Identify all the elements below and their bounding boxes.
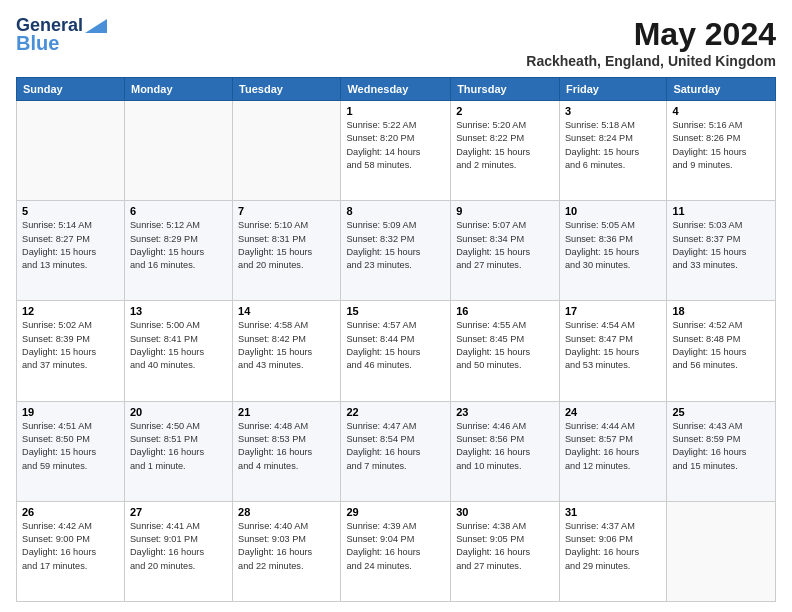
calendar-cell: 10Sunrise: 5:05 AMSunset: 8:36 PMDayligh… — [559, 201, 666, 301]
day-number: 24 — [565, 406, 661, 418]
day-info: Sunrise: 4:58 AMSunset: 8:42 PMDaylight:… — [238, 319, 335, 372]
day-number: 22 — [346, 406, 445, 418]
day-info: Sunrise: 4:41 AMSunset: 9:01 PMDaylight:… — [130, 520, 227, 573]
day-info: Sunrise: 4:42 AMSunset: 9:00 PMDaylight:… — [22, 520, 119, 573]
week-row-2: 12Sunrise: 5:02 AMSunset: 8:39 PMDayligh… — [17, 301, 776, 401]
day-number: 17 — [565, 305, 661, 317]
month-title: May 2024 — [526, 16, 776, 53]
header-day-tuesday: Tuesday — [233, 78, 341, 101]
day-info: Sunrise: 5:18 AMSunset: 8:24 PMDaylight:… — [565, 119, 661, 172]
day-info: Sunrise: 5:09 AMSunset: 8:32 PMDaylight:… — [346, 219, 445, 272]
week-row-1: 5Sunrise: 5:14 AMSunset: 8:27 PMDaylight… — [17, 201, 776, 301]
day-info: Sunrise: 4:38 AMSunset: 9:05 PMDaylight:… — [456, 520, 554, 573]
calendar-cell: 7Sunrise: 5:10 AMSunset: 8:31 PMDaylight… — [233, 201, 341, 301]
day-number: 27 — [130, 506, 227, 518]
calendar-cell: 24Sunrise: 4:44 AMSunset: 8:57 PMDayligh… — [559, 401, 666, 501]
title-block: May 2024 Rackheath, England, United King… — [526, 16, 776, 69]
header: General Blue May 2024 Rackheath, England… — [16, 16, 776, 69]
calendar-cell: 26Sunrise: 4:42 AMSunset: 9:00 PMDayligh… — [17, 501, 125, 601]
header-day-thursday: Thursday — [451, 78, 560, 101]
calendar-cell: 2Sunrise: 5:20 AMSunset: 8:22 PMDaylight… — [451, 101, 560, 201]
day-number: 10 — [565, 205, 661, 217]
calendar-cell: 5Sunrise: 5:14 AMSunset: 8:27 PMDaylight… — [17, 201, 125, 301]
day-info: Sunrise: 5:02 AMSunset: 8:39 PMDaylight:… — [22, 319, 119, 372]
day-number: 9 — [456, 205, 554, 217]
calendar-cell: 19Sunrise: 4:51 AMSunset: 8:50 PMDayligh… — [17, 401, 125, 501]
week-row-0: 1Sunrise: 5:22 AMSunset: 8:20 PMDaylight… — [17, 101, 776, 201]
calendar-cell: 17Sunrise: 4:54 AMSunset: 8:47 PMDayligh… — [559, 301, 666, 401]
day-info: Sunrise: 4:46 AMSunset: 8:56 PMDaylight:… — [456, 420, 554, 473]
day-number: 5 — [22, 205, 119, 217]
day-info: Sunrise: 4:52 AMSunset: 8:48 PMDaylight:… — [672, 319, 770, 372]
day-info: Sunrise: 4:50 AMSunset: 8:51 PMDaylight:… — [130, 420, 227, 473]
calendar-cell: 9Sunrise: 5:07 AMSunset: 8:34 PMDaylight… — [451, 201, 560, 301]
calendar-cell: 4Sunrise: 5:16 AMSunset: 8:26 PMDaylight… — [667, 101, 776, 201]
day-info: Sunrise: 5:22 AMSunset: 8:20 PMDaylight:… — [346, 119, 445, 172]
day-number: 16 — [456, 305, 554, 317]
calendar-cell — [233, 101, 341, 201]
day-info: Sunrise: 4:39 AMSunset: 9:04 PMDaylight:… — [346, 520, 445, 573]
calendar-cell: 18Sunrise: 4:52 AMSunset: 8:48 PMDayligh… — [667, 301, 776, 401]
day-info: Sunrise: 5:16 AMSunset: 8:26 PMDaylight:… — [672, 119, 770, 172]
calendar-cell: 27Sunrise: 4:41 AMSunset: 9:01 PMDayligh… — [124, 501, 232, 601]
calendar-cell: 21Sunrise: 4:48 AMSunset: 8:53 PMDayligh… — [233, 401, 341, 501]
week-row-3: 19Sunrise: 4:51 AMSunset: 8:50 PMDayligh… — [17, 401, 776, 501]
calendar-cell: 3Sunrise: 5:18 AMSunset: 8:24 PMDaylight… — [559, 101, 666, 201]
day-number: 13 — [130, 305, 227, 317]
day-info: Sunrise: 4:57 AMSunset: 8:44 PMDaylight:… — [346, 319, 445, 372]
day-number: 2 — [456, 105, 554, 117]
day-number: 12 — [22, 305, 119, 317]
header-day-monday: Monday — [124, 78, 232, 101]
day-info: Sunrise: 4:44 AMSunset: 8:57 PMDaylight:… — [565, 420, 661, 473]
day-number: 1 — [346, 105, 445, 117]
header-day-wednesday: Wednesday — [341, 78, 451, 101]
day-number: 25 — [672, 406, 770, 418]
day-info: Sunrise: 5:14 AMSunset: 8:27 PMDaylight:… — [22, 219, 119, 272]
calendar-cell — [667, 501, 776, 601]
day-info: Sunrise: 5:12 AMSunset: 8:29 PMDaylight:… — [130, 219, 227, 272]
day-number: 18 — [672, 305, 770, 317]
day-number: 7 — [238, 205, 335, 217]
day-number: 15 — [346, 305, 445, 317]
day-info: Sunrise: 4:48 AMSunset: 8:53 PMDaylight:… — [238, 420, 335, 473]
calendar-cell: 20Sunrise: 4:50 AMSunset: 8:51 PMDayligh… — [124, 401, 232, 501]
day-number: 19 — [22, 406, 119, 418]
calendar-table: SundayMondayTuesdayWednesdayThursdayFrid… — [16, 77, 776, 602]
day-number: 23 — [456, 406, 554, 418]
calendar-header: SundayMondayTuesdayWednesdayThursdayFrid… — [17, 78, 776, 101]
calendar-cell: 29Sunrise: 4:39 AMSunset: 9:04 PMDayligh… — [341, 501, 451, 601]
location: Rackheath, England, United Kingdom — [526, 53, 776, 69]
header-day-sunday: Sunday — [17, 78, 125, 101]
day-number: 26 — [22, 506, 119, 518]
day-info: Sunrise: 5:03 AMSunset: 8:37 PMDaylight:… — [672, 219, 770, 272]
day-number: 3 — [565, 105, 661, 117]
day-info: Sunrise: 4:51 AMSunset: 8:50 PMDaylight:… — [22, 420, 119, 473]
week-row-4: 26Sunrise: 4:42 AMSunset: 9:00 PMDayligh… — [17, 501, 776, 601]
calendar-cell: 30Sunrise: 4:38 AMSunset: 9:05 PMDayligh… — [451, 501, 560, 601]
calendar-cell: 22Sunrise: 4:47 AMSunset: 8:54 PMDayligh… — [341, 401, 451, 501]
day-number: 28 — [238, 506, 335, 518]
day-info: Sunrise: 5:20 AMSunset: 8:22 PMDaylight:… — [456, 119, 554, 172]
day-info: Sunrise: 5:05 AMSunset: 8:36 PMDaylight:… — [565, 219, 661, 272]
day-number: 29 — [346, 506, 445, 518]
day-info: Sunrise: 5:10 AMSunset: 8:31 PMDaylight:… — [238, 219, 335, 272]
calendar-cell: 25Sunrise: 4:43 AMSunset: 8:59 PMDayligh… — [667, 401, 776, 501]
day-info: Sunrise: 4:54 AMSunset: 8:47 PMDaylight:… — [565, 319, 661, 372]
calendar-cell: 14Sunrise: 4:58 AMSunset: 8:42 PMDayligh… — [233, 301, 341, 401]
header-day-saturday: Saturday — [667, 78, 776, 101]
header-day-friday: Friday — [559, 78, 666, 101]
calendar-cell — [17, 101, 125, 201]
day-number: 14 — [238, 305, 335, 317]
day-info: Sunrise: 4:40 AMSunset: 9:03 PMDaylight:… — [238, 520, 335, 573]
calendar-cell: 23Sunrise: 4:46 AMSunset: 8:56 PMDayligh… — [451, 401, 560, 501]
calendar-cell: 8Sunrise: 5:09 AMSunset: 8:32 PMDaylight… — [341, 201, 451, 301]
day-number: 6 — [130, 205, 227, 217]
calendar-cell: 28Sunrise: 4:40 AMSunset: 9:03 PMDayligh… — [233, 501, 341, 601]
day-number: 11 — [672, 205, 770, 217]
day-number: 20 — [130, 406, 227, 418]
calendar-body: 1Sunrise: 5:22 AMSunset: 8:20 PMDaylight… — [17, 101, 776, 602]
day-number: 8 — [346, 205, 445, 217]
calendar-cell: 15Sunrise: 4:57 AMSunset: 8:44 PMDayligh… — [341, 301, 451, 401]
header-row: SundayMondayTuesdayWednesdayThursdayFrid… — [17, 78, 776, 101]
calendar-cell: 11Sunrise: 5:03 AMSunset: 8:37 PMDayligh… — [667, 201, 776, 301]
